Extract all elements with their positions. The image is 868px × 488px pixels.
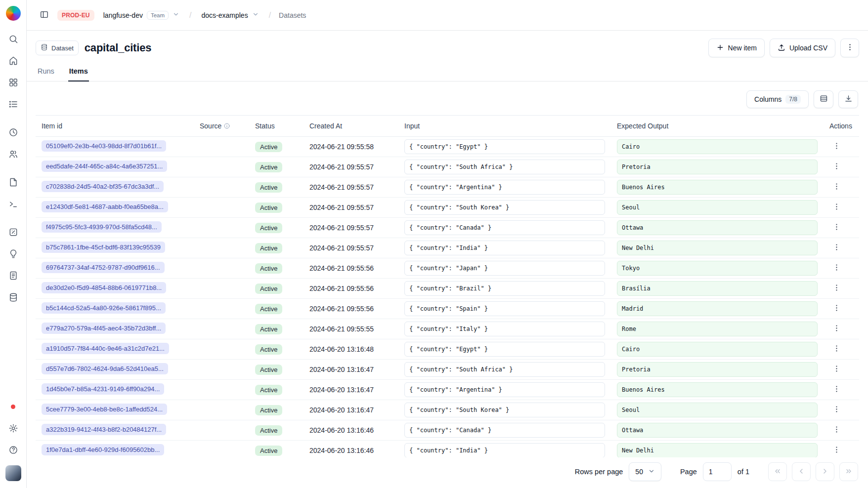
table-row[interactable]: f4975c95-5fc3-4939-970d-58fa5cd48... Act… <box>36 218 859 238</box>
input-cell: { "country": "Brazil" } <box>404 281 605 296</box>
project-switcher[interactable]: docs-examples <box>198 8 263 22</box>
created-at-cell: 2024-06-21 09:55:57 <box>304 198 398 218</box>
row-height-button[interactable] <box>814 90 833 108</box>
item-id-pill[interactable]: c702838d-24d5-40a2-bf35-67dc3a3df... <box>42 181 164 192</box>
table-row[interactable]: b5c144cd-52a5-4a80-926e-58617f895... Act… <box>36 299 859 319</box>
row-actions-button[interactable] <box>829 241 843 255</box>
sidebar-item-playground[interactable] <box>4 195 23 214</box>
table-row[interactable]: de30d2e0-f5d9-4854-88b6-0619771b8... Act… <box>36 279 859 299</box>
table-row[interactable]: 69764737-34af-4752-9787-d90df9616... Act… <box>36 258 859 279</box>
page-number-input[interactable] <box>703 462 732 481</box>
sidebar-item-dashboards[interactable] <box>4 74 23 92</box>
source-cell <box>194 177 249 198</box>
item-id-pill[interactable]: 5cee7779-3e00-4eb8-be8c-1affedd524... <box>42 404 167 415</box>
source-cell <box>194 258 249 279</box>
row-actions-button[interactable] <box>829 261 843 275</box>
item-id-pill[interactable]: f4975c95-5fc3-4939-970d-58fa5cd48... <box>42 221 162 233</box>
sidebar-item-sessions[interactable] <box>4 123 23 142</box>
upload-csv-button[interactable]: Upload CSV <box>770 39 835 57</box>
item-id-pill[interactable]: d557e7d6-7802-4624-9da6-52d410ea5... <box>42 363 168 374</box>
next-page-button[interactable] <box>816 462 834 481</box>
table-row[interactable]: c702838d-24d5-40a2-bf35-67dc3a3df... Act… <box>36 177 859 198</box>
item-id-pill[interactable]: eed5dafe-244f-465c-a84c-4a6e357251... <box>42 161 167 172</box>
expected-output-cell: Rome <box>617 322 818 336</box>
tab-items[interactable]: Items <box>68 63 89 81</box>
item-id-pill[interactable]: de30d2e0-f5d9-4854-88b6-0619771b8... <box>42 282 166 293</box>
previous-page-button[interactable] <box>792 462 811 481</box>
columns-button[interactable]: Columns 7/8 <box>746 90 809 108</box>
expected-output-cell: Buenos Aires <box>617 180 818 195</box>
page-more-actions-button[interactable] <box>840 39 859 57</box>
chevron-left-icon <box>797 467 805 477</box>
row-actions-button[interactable] <box>829 140 843 154</box>
status-badge: Active <box>255 324 282 334</box>
sidebar-item-annotations[interactable] <box>4 245 23 264</box>
item-id-pill[interactable]: 1d45b0e7-b85a-4231-9149-6ff90a294... <box>42 383 164 395</box>
row-actions-button[interactable] <box>829 180 843 194</box>
table-row[interactable]: a1910d57-7f84-440c-9e46-a31c2d7e21... Ac… <box>36 339 859 360</box>
table-row[interactable]: eed5dafe-244f-465c-a84c-4a6e357251... Ac… <box>36 157 859 177</box>
table-row[interactable]: 5cee7779-3e00-4eb8-be8c-1affedd524... Ac… <box>36 400 859 420</box>
first-page-button[interactable] <box>768 462 787 481</box>
row-actions-button[interactable] <box>829 221 843 235</box>
table-row[interactable]: e12430df-5e81-4687-aabb-f0ea65be8a... Ac… <box>36 198 859 218</box>
item-id-pill[interactable]: e779a270-579a-4f45-aec4-35b72d3bff... <box>42 323 166 334</box>
sidebar-item-evals[interactable] <box>4 223 23 242</box>
sidebar-item-prompts[interactable] <box>4 173 23 192</box>
last-page-button[interactable] <box>839 462 858 481</box>
row-actions-button[interactable] <box>829 302 843 316</box>
sidebar-item-datasets[interactable] <box>4 288 23 307</box>
tab-bar: Runs Items <box>27 63 868 81</box>
org-switcher[interactable]: langfuse-dev Team <box>99 8 183 23</box>
sidebar-item-search[interactable] <box>4 30 23 49</box>
table-row[interactable]: 05109ef0-2e3b-4e03-98dd-8f7d01b61f... Ac… <box>36 137 859 157</box>
topbar: PROD-EU langfuse-dev Team / docs-example… <box>27 0 868 31</box>
page-label: Page <box>680 468 697 476</box>
settings-button[interactable] <box>4 419 23 438</box>
row-actions-button[interactable] <box>829 160 843 174</box>
item-id-pill[interactable]: 69764737-34af-4752-9787-d90df9616... <box>42 262 165 273</box>
sidebar-item-users[interactable] <box>4 145 23 164</box>
item-id-pill[interactable]: e12430df-5e81-4687-aabb-f0ea65be8a... <box>42 201 168 212</box>
table-row[interactable]: a322b319-9412-4f43-b8f2-b20484127f... Ac… <box>36 420 859 441</box>
sidebar-toggle-button[interactable] <box>36 7 52 24</box>
item-id-pill[interactable]: a1910d57-7f84-440c-9e46-a31c2d7e21... <box>42 343 169 354</box>
expected-output-cell: Cairo <box>617 342 818 357</box>
item-id-pill[interactable]: 05109ef0-2e3b-4e03-98dd-8f7d01b61f... <box>42 140 166 152</box>
user-avatar[interactable] <box>5 465 21 481</box>
table-row[interactable]: 1d45b0e7-b85a-4231-9149-6ff90a294... Act… <box>36 380 859 400</box>
row-actions-button[interactable] <box>829 423 843 437</box>
langfuse-logo[interactable] <box>6 6 21 21</box>
table-row[interactable]: b75c7861-1fbe-45cf-bdf6-83f139c95539 Act… <box>36 238 859 258</box>
table-toolbar: Columns 7/8 <box>27 81 868 115</box>
sidebar-item-experiments[interactable] <box>4 267 23 285</box>
sidebar-item-home[interactable] <box>4 52 23 71</box>
chevron-down-icon <box>648 468 655 476</box>
item-id-pill[interactable]: b5c144cd-52a5-4a80-926e-58617f895... <box>42 302 166 314</box>
table-row[interactable]: 1f0e7da1-dbff-4e60-929d-f6095602bb... Ac… <box>36 441 859 458</box>
row-actions-button[interactable] <box>829 403 843 417</box>
item-id-pill[interactable]: b75c7861-1fbe-45cf-bdf6-83f139c95539 <box>42 242 165 253</box>
item-id-pill[interactable]: 1f0e7da1-dbff-4e60-929d-f6095602bb... <box>42 444 164 455</box>
kebab-icon <box>832 182 841 192</box>
row-actions-button[interactable] <box>829 342 843 356</box>
sidebar-item-tracing[interactable] <box>4 95 23 114</box>
row-actions-button[interactable] <box>829 201 843 214</box>
row-actions-button[interactable] <box>829 383 843 397</box>
row-actions-button[interactable] <box>829 363 843 376</box>
table-row[interactable]: d557e7d6-7802-4624-9da6-52d410ea5... Act… <box>36 360 859 380</box>
header-status: Status <box>249 116 304 137</box>
new-item-button[interactable]: New item <box>708 39 765 57</box>
breadcrumb-separator: / <box>268 11 272 20</box>
row-actions-button[interactable] <box>829 444 843 457</box>
item-id-pill[interactable]: a322b319-9412-4f43-b8f2-b20484127f... <box>42 424 166 435</box>
table-row[interactable]: e779a270-579a-4f45-aec4-35b72d3bff... Ac… <box>36 319 859 339</box>
rows-per-page-select[interactable]: 50 <box>629 462 661 481</box>
info-icon[interactable] <box>221 122 230 130</box>
row-actions-button[interactable] <box>829 282 843 295</box>
export-button[interactable] <box>838 90 858 108</box>
status-badge: Active <box>255 405 282 415</box>
row-actions-button[interactable] <box>829 322 843 336</box>
help-button[interactable] <box>4 441 23 460</box>
tab-runs[interactable]: Runs <box>37 63 55 81</box>
